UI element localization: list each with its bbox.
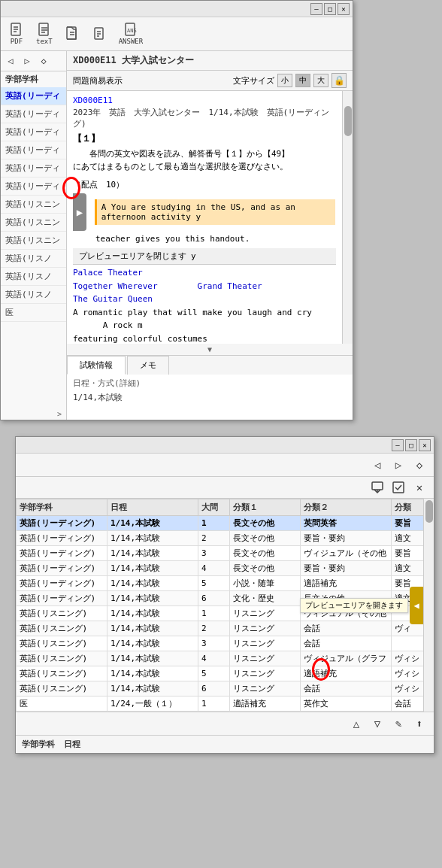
table-row[interactable]: 英語(リーディング)1/14,本試験2長文その他要旨・要約適文 [17,531,434,546]
table-cell: 適語補充 [300,576,391,591]
maximize-button[interactable]: □ [324,3,336,15]
preview-open-button[interactable]: ◀ [410,587,423,624]
toggle-panel-button[interactable]: ▶ [73,193,86,231]
table-row[interactable]: 英語(リスニング)1/14,本試験4リスニングヴィジュアル（グラフヴィシ [17,651,434,666]
table-cell: リスニング [229,666,300,681]
table-cell: 1 [198,606,229,621]
sidebar-more-button[interactable]: > [1,408,66,420]
table-cell: 6 [198,591,229,606]
table-row[interactable]: 英語(リーディング)1/14,本試験5小説・随筆適語補充要旨 [17,576,434,591]
sidebar-next-button[interactable]: ▷ [20,54,34,68]
sidebar-item-13[interactable]: 医 [1,304,66,322]
edit-button[interactable]: ✎ [390,715,407,732]
panel-close-bar[interactable]: プレビューエリアを閉じます y [73,248,336,265]
bottom-scrollbar[interactable] [423,499,434,712]
table-row[interactable]: 英語(リーディング)1/14,本試験1長文その他英問英答要旨 [17,516,434,531]
header-bunrui1: 分類１ [229,499,300,516]
table-row[interactable]: 英語(リスニング)1/14,本試験6リスニング会話ヴィシ [17,681,434,697]
table-cell: 小説・随筆 [229,576,300,591]
bottom-title-bar: — □ ✕ [16,437,434,454]
font-size-large-button[interactable]: 大 [313,74,328,87]
table-cell: 英語(リーディング) [17,561,107,576]
table-row[interactable]: 英語(リスニング)1/14,本試験3リスニング会話 [17,636,434,651]
table-cell: 適語補充 [229,697,300,712]
text-button[interactable]: texT [32,20,56,47]
table-cell: ヴィジュアル（その他 [300,546,391,561]
instruction-line1: 各問の英文や図表を読み、解答番号【１】から【49】 [73,148,336,161]
bottom-minimize-button[interactable]: — [392,439,404,451]
table-cell: 英語(リスニング) [17,666,107,681]
table-body: 英語(リーディング)1/14,本試験1長文その他英問英答要旨英語(リーディング)… [17,516,434,712]
bottom-maximize-button[interactable]: □ [405,439,417,451]
scrollbar[interactable] [342,91,353,344]
sidebar-item-11[interactable]: 英語(リスノ [1,268,66,286]
export-button[interactable]: ⬆ [411,715,428,732]
table-cell: 長文その他 [229,546,300,561]
answer-button[interactable]: ANS ANSWER [115,20,147,47]
sidebar-item-1[interactable]: 英語(リーディ [1,87,66,105]
table-cell: 英語(リーディング) [17,516,107,531]
sidebar-items-list: 英語(リーディ 英語(リーディ 英語(リーディ 英語(リーディ 英語(リーディ … [1,87,66,408]
sidebar-item-6[interactable]: 英語(リーディ [1,178,66,196]
sidebar-clear-button[interactable]: ◇ [37,54,50,68]
theater-line3: The Guitar Queen [73,293,336,306]
font-size-medium-button[interactable]: 中 [295,74,310,87]
bottom-toolbar-second: ✕ [16,477,434,499]
back-button[interactable]: ◁ [369,457,386,473]
table-cell: 1/14,本試験 [107,576,198,591]
content-subheader: 問題簡易表示 文字サイズ 小 中 大 🔒 [67,71,353,91]
table-cell: 英語(リスニング) [17,681,107,697]
up-button[interactable]: △ [348,715,365,732]
doc2-button[interactable] [88,24,110,44]
tab-memo[interactable]: メモ [127,356,169,375]
table-cell: 1/14,本試験 [107,531,198,546]
sidebar-item-5[interactable]: 英語(リーディ [1,159,66,178]
table-row[interactable]: 英語(リスニング)1/14,本試験5リスニング適語補充ヴィシ [17,666,434,681]
sidebar-item-4[interactable]: 英語(リーディ [1,141,66,159]
sidebar-item-12[interactable]: 英語(リスノ [1,286,66,304]
table-cell: 1/14,本試験 [107,621,198,636]
bottom-scrollbar-thumb[interactable] [425,500,433,523]
checkbox-button[interactable] [390,479,407,496]
table-cell: 英問英答 [300,516,391,531]
sidebar-nav: ◁ ▷ ◇ [1,51,66,71]
table-row[interactable]: 英語(リーディング)1/14,本試験4長文その他要旨・要約適文 [17,561,434,576]
pdf-button[interactable]: PDF [5,20,28,47]
table-cell: 2 [198,621,229,636]
sidebar-item-7[interactable]: 英語(リスニン [1,196,66,214]
scrollbar-thumb[interactable] [344,106,352,136]
x-button[interactable]: ✕ [411,479,428,496]
bottom-close-button[interactable]: ✕ [419,439,431,451]
tab-value: 1/14,本試験 [73,390,347,405]
sidebar-item-3[interactable]: 英語(リーディ [1,123,66,141]
sidebar-item-9[interactable]: 英語(リスニン [1,232,66,250]
forward-button[interactable]: ▷ [390,457,407,473]
table-row[interactable]: 医1/24,一般（１）1適語補充英作文会話 [17,697,434,712]
header-gakubu: 学部学科 [17,499,107,516]
sidebar-item-10[interactable]: 英語(リスノ [1,250,66,268]
passage-text: A You are studying in the US, and as an … [101,202,295,222]
sidebar-item-2[interactable]: 英語(リーディ [1,105,66,123]
table-cell: 1/24,一般（１） [107,697,198,712]
sidebar-prev-button[interactable]: ◁ [4,54,17,68]
minimize-button[interactable]: — [310,3,322,15]
table-cell: 1/14,本試験 [107,546,198,561]
close-button[interactable]: ✕ [338,3,350,15]
table-cell: 英語(リーディング) [17,576,107,591]
table-row[interactable]: 英語(リーディング)1/14,本試験3長文その他ヴィジュアル（その他要旨 [17,546,434,561]
table-cell: 英語(リスニング) [17,636,107,651]
table-cell: リスニング [229,606,300,621]
sidebar-item-8[interactable]: 英語(リスニン [1,214,66,232]
down-button[interactable]: ▽ [369,715,386,732]
doc-button[interactable] [61,24,83,44]
diamond-button[interactable]: ◇ [411,457,428,473]
tab-exam-info[interactable]: 試験情報 [67,356,126,375]
lock-button[interactable]: 🔒 [332,73,347,88]
font-size-small-button[interactable]: 小 [277,74,292,87]
content-scroll-area[interactable]: XD000E11 2023年 英語 大学入試センター 1/14,本試験 英語(リ… [67,91,342,344]
theater-line4: A romantic play that will make you laugh… [73,306,336,332]
table-row[interactable]: 英語(リスニング)1/14,本試験2リスニング会話ヴィ [17,621,434,636]
table-cell: 文化・歴史 [229,591,300,606]
download-button[interactable] [369,479,386,496]
table-cell: リスニング [229,621,300,636]
